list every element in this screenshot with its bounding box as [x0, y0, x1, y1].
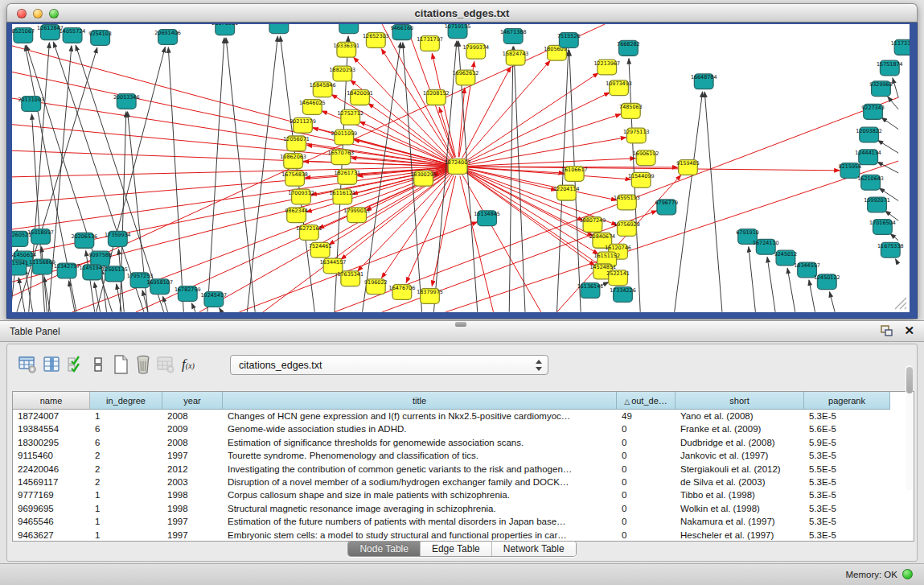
table-cell[interactable]: Changes of HCN gene expression and I(f) …	[223, 410, 617, 422]
table-cell[interactable]: 0	[617, 436, 676, 449]
table-row[interactable]: 977716911998Corpus callosum shape and si…	[13, 488, 914, 501]
table-cell[interactable]: Embryonic stem cells: a model to study s…	[223, 529, 617, 542]
table-cell[interactable]: Jankovic et al. (1997)	[676, 449, 804, 462]
table-cell[interactable]: 1997	[162, 449, 223, 462]
graph-node[interactable]: 11544099	[628, 172, 655, 187]
table-cell[interactable]: Franke et al. (2009)	[676, 422, 804, 435]
graph-node[interactable]: 14671388	[500, 29, 527, 44]
table-cell[interactable]: 2008	[162, 410, 223, 422]
graph-node[interactable]: 19756928	[614, 221, 640, 237]
show-columns-icon[interactable]	[41, 354, 62, 375]
graph-node[interactable]: 16724110	[753, 239, 779, 254]
graph-node[interactable]: 15824743	[503, 50, 529, 65]
table-cell[interactable]: Dudbridge et al. (2008)	[676, 436, 804, 449]
table-cell[interactable]: Estimation of significance thresholds fo…	[223, 436, 617, 449]
float-panel-icon[interactable]	[881, 325, 893, 336]
citation-edge-red[interactable]	[12, 125, 448, 166]
graph-node[interactable]: 16106617	[561, 167, 588, 182]
table-cell[interactable]: 0	[617, 449, 676, 462]
graph-node[interactable]: 15751874	[877, 60, 903, 76]
table-cell[interactable]: 1997	[162, 529, 223, 542]
graph-node[interactable]: 11731797	[417, 36, 443, 51]
graph-node[interactable]: 9254103	[88, 31, 112, 46]
table-cell[interactable]: 2008	[162, 436, 223, 449]
graph-node[interactable]: 20011059	[331, 130, 358, 145]
graph-node[interactable]: 12450122	[814, 274, 840, 290]
graph-node[interactable]: 20691406	[154, 30, 181, 45]
citation-edge-black[interactable]	[881, 117, 898, 129]
citation-edge-black[interactable]	[767, 257, 775, 311]
graph-node[interactable]: 14595193	[614, 195, 640, 210]
graph-node[interactable]: 16570763	[328, 150, 355, 165]
citation-edge-black[interactable]	[363, 43, 401, 312]
citation-edge-black[interactable]	[44, 277, 51, 312]
citation-edge-black[interactable]	[207, 38, 224, 312]
graph-node[interactable]: 13208152	[423, 90, 450, 105]
window-titlebar[interactable]: citations_edges.txt	[6, 3, 918, 23]
graph-node[interactable]: 9466160	[391, 25, 414, 40]
table-cell[interactable]: 0	[617, 463, 676, 476]
citation-edge-red[interactable]	[467, 159, 635, 167]
citation-edge-red[interactable]	[460, 176, 494, 312]
column-header-out_de[interactable]: △out_de…	[617, 392, 676, 410]
graph-node[interactable]: 19862063	[280, 154, 306, 169]
table-cell[interactable]: 5.9E-5	[804, 436, 890, 449]
citation-edge-black[interactable]	[32, 114, 45, 312]
graph-node[interactable]: 9329968	[869, 81, 893, 97]
column-header-short[interactable]: short	[676, 392, 804, 410]
citation-edge-red[interactable]	[462, 175, 541, 311]
table-cell[interactable]: 1997	[162, 515, 223, 528]
table-cell[interactable]: 6	[90, 422, 162, 435]
table-cell[interactable]: 6	[90, 436, 162, 449]
citation-edge-red[interactable]	[12, 72, 448, 164]
select-all-icon[interactable]	[65, 354, 86, 375]
table-cell[interactable]: 5.3E-5	[804, 502, 890, 515]
citation-edge-black[interactable]	[220, 308, 222, 312]
table-cell[interactable]: 2	[90, 463, 162, 476]
graph-node[interactable]: 12505135	[101, 266, 128, 282]
citation-edge-red[interactable]	[359, 122, 449, 163]
citation-edge-black[interactable]	[18, 278, 25, 312]
graph-node[interactable]: 15136141	[577, 283, 604, 299]
table-cell[interactable]: 1998	[162, 502, 223, 515]
table-cell[interactable]: 1	[90, 515, 162, 528]
citation-edge-red[interactable]	[466, 93, 610, 163]
table-cell[interactable]: 5.3E-5	[804, 476, 890, 488]
table-cell[interactable]: 19384554	[13, 422, 90, 435]
graph-node[interactable]: 11173304	[891, 40, 910, 56]
memory-status-icon[interactable]	[902, 569, 913, 579]
table-cell[interactable]: Yano et al. (2008)	[676, 410, 804, 422]
table-row[interactable]: 2242004622012Investigating the contribut…	[13, 463, 914, 476]
graph-node[interactable]: 18724007	[445, 159, 471, 175]
table-cell[interactable]: 2	[90, 449, 162, 462]
graph-node[interactable]: 12056071	[283, 136, 310, 151]
table-cell[interactable]: Wolkin et al. (1998)	[676, 502, 804, 515]
create-table-icon[interactable]	[110, 354, 131, 375]
citation-edge-red[interactable]	[12, 167, 448, 203]
citation-edge-black[interactable]	[830, 292, 836, 312]
graph-node[interactable]: 18807249	[580, 217, 606, 233]
table-cell[interactable]: 5.3E-5	[804, 449, 890, 462]
table-cell[interactable]: Corpus callosum shape and size in male p…	[223, 488, 617, 501]
tab-edge-table[interactable]: Edge Table	[421, 542, 492, 556]
citation-edge-red[interactable]	[466, 171, 610, 247]
close-panel-icon[interactable]: ✕	[904, 324, 914, 337]
table-cell[interactable]: 5.3E-5	[804, 529, 890, 542]
column-header-in_degree[interactable]: in_degree	[90, 392, 162, 410]
table-cell[interactable]: 22420046	[13, 463, 90, 476]
table-cell[interactable]: Investigating the contribution of common…	[223, 463, 617, 476]
column-header-pagerank[interactable]: pagerank	[804, 392, 890, 410]
table-cell[interactable]: 49	[617, 410, 676, 422]
graph-node[interactable]: 18420091	[347, 90, 373, 105]
citation-edge-black[interactable]	[809, 280, 815, 312]
graph-node[interactable]: 7485063	[619, 104, 643, 119]
column-header-year[interactable]: year	[162, 392, 223, 410]
graph-node[interactable]: 17334226	[610, 287, 636, 303]
graph-node[interactable]: 12342757	[54, 263, 80, 278]
graph-node[interactable]: 19245417	[201, 292, 228, 307]
graph-node[interactable]: 17009312	[288, 189, 314, 204]
network-canvas[interactable]: 1872400719336391126523031173179717999374…	[12, 24, 910, 312]
column-header-name[interactable]: name	[13, 392, 90, 410]
citation-edge-red[interactable]	[466, 73, 598, 162]
graph-node[interactable]: 14055724	[60, 28, 86, 43]
